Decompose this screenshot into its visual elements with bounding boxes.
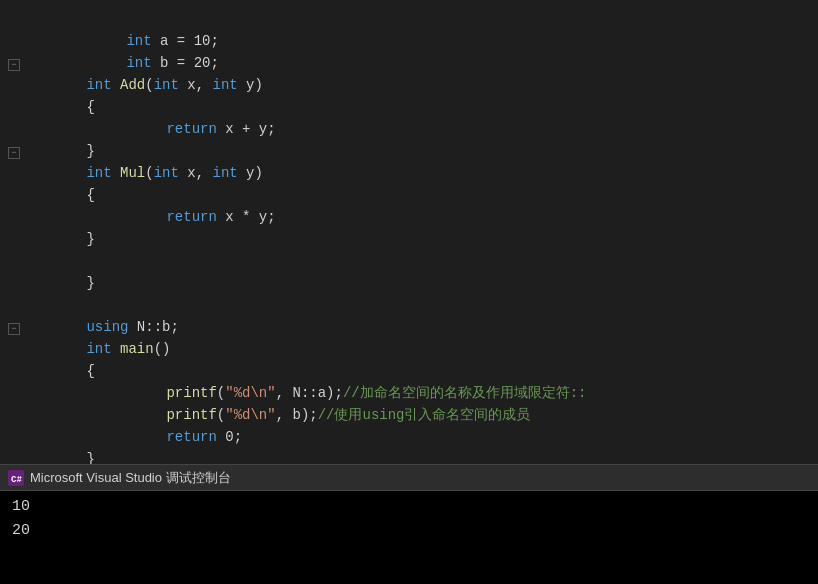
console-output: 10 20 (0, 491, 818, 547)
code-editor: int a = 10; int b = 20; − int Add(int x,… (0, 0, 818, 464)
code-line-3: − int Add(int x, int y) (0, 52, 818, 74)
collapse-3[interactable]: − (8, 59, 20, 71)
code-line-11 (0, 228, 818, 250)
code-line-19: return 0; (0, 404, 818, 426)
output-line-1: 10 (12, 495, 806, 519)
code-line-17: printf("%d\n", N::a);//加命名空间的名称及作用域限定符:: (0, 360, 818, 382)
code-line-10: } (0, 206, 818, 228)
line-content-20: } (28, 426, 818, 464)
code-line-8: { (0, 162, 818, 184)
gutter-7: − (0, 147, 28, 159)
code-line-5: return x + y; (0, 96, 818, 118)
code-line-14: using N::b; (0, 294, 818, 316)
vs-icon: C# (8, 470, 24, 486)
code-line-4: { (0, 74, 818, 96)
code-line-18: printf("%d\n", b);//使用using引入命名空间的成员 (0, 382, 818, 404)
code-line-12: } (0, 250, 818, 272)
code-line-6: } (0, 118, 818, 140)
output-line-2: 20 (12, 519, 806, 543)
console-panel: C# Microsoft Visual Studio 调试控制台 10 20 (0, 464, 818, 584)
code-line-16: { (0, 338, 818, 360)
code-line-2: int b = 20; (0, 30, 818, 52)
gutter-3: − (0, 59, 28, 71)
line-content-13 (28, 272, 818, 294)
line-content-11 (28, 228, 818, 250)
collapse-15[interactable]: − (8, 323, 20, 335)
console-header: C# Microsoft Visual Studio 调试控制台 (0, 465, 818, 491)
console-title: Microsoft Visual Studio 调试控制台 (30, 469, 231, 487)
code-line-20: } (0, 426, 818, 448)
code-line-1: int a = 10; (0, 8, 818, 30)
collapse-7[interactable]: − (8, 147, 20, 159)
code-line-13 (0, 272, 818, 294)
gutter-15: − (0, 323, 28, 335)
code-line-7: − int Mul(int x, int y) (0, 140, 818, 162)
code-line-15: − int main() (0, 316, 818, 338)
svg-text:C#: C# (11, 475, 22, 485)
code-line-9: return x * y; (0, 184, 818, 206)
